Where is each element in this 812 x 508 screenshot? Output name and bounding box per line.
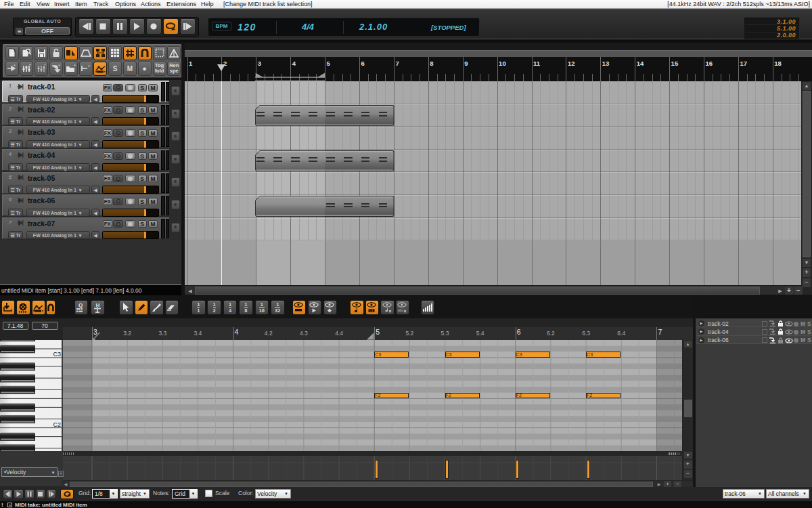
svg-text:*: * — [58, 64, 60, 68]
svg-text:*: * — [29, 64, 31, 68]
svg-text:1: 1 — [14, 49, 16, 53]
svg-text:*: * — [44, 64, 46, 68]
svg-text:*: * — [14, 64, 16, 68]
svg-text:C2: C2 — [53, 421, 61, 428]
svg-text:*: * — [88, 64, 90, 69]
svg-text:Q: Q — [78, 302, 83, 308]
svg-text:*: * — [74, 64, 76, 68]
svg-text:abc: abc — [398, 308, 404, 312]
svg-text:C3: C3 — [369, 309, 374, 312]
svg-text:C3: C3 — [53, 351, 61, 358]
